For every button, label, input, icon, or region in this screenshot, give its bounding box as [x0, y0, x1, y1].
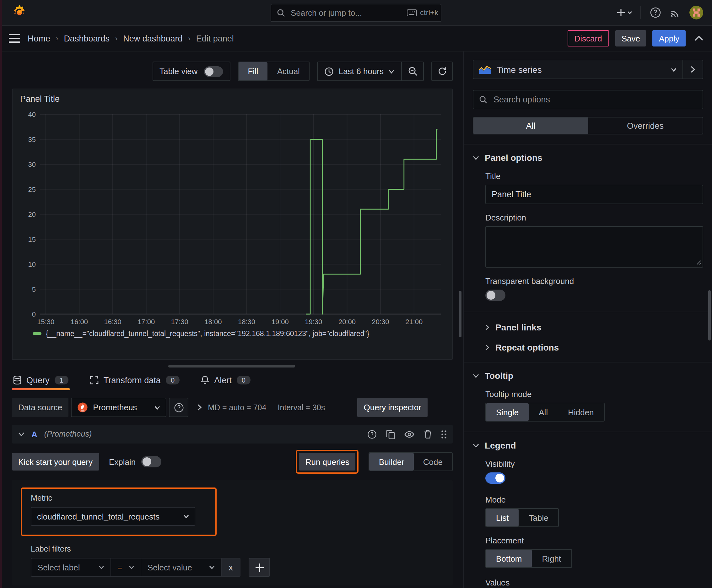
apply-button[interactable]: Apply: [653, 30, 686, 46]
panel-options-header[interactable]: Panel options: [473, 153, 703, 163]
panel-toolbar: Table view Fill Actual Last 6 hours: [12, 62, 453, 81]
chevron-down-icon: [184, 514, 189, 518]
actual-option[interactable]: Actual: [268, 62, 309, 80]
placement-right-option[interactable]: Right: [532, 550, 571, 567]
datasource-picker[interactable]: Prometheus: [71, 398, 166, 417]
chevron-down-icon: [129, 565, 134, 569]
time-range-button[interactable]: Last 6 hours: [318, 62, 401, 80]
tooltip-hidden-option[interactable]: Hidden: [558, 403, 604, 421]
interval: Interval = 30s: [278, 403, 325, 412]
time-series-icon: [479, 65, 491, 74]
fill-option[interactable]: Fill: [238, 62, 267, 80]
tab-overrides[interactable]: Overrides: [588, 118, 703, 134]
run-queries-highlight: Run queries: [296, 450, 359, 474]
query-ref-id: A: [31, 429, 37, 439]
tab-alert[interactable]: Alert 0: [200, 369, 252, 391]
tooltip-header[interactable]: Tooltip: [473, 371, 703, 381]
main-scrollbar[interactable]: [459, 291, 461, 337]
breadcrumb-dashboards[interactable]: Dashboards: [64, 34, 110, 43]
time-range-control: Last 6 hours: [317, 62, 424, 81]
news-icon[interactable]: [670, 7, 681, 18]
title-input[interactable]: [486, 185, 703, 204]
breadcrumb-separator: ›: [188, 35, 190, 42]
tooltip-single-option[interactable]: Single: [486, 403, 528, 421]
mode-table-option[interactable]: Table: [519, 509, 558, 526]
breadcrumb-home[interactable]: Home: [28, 34, 50, 43]
query-inspector-button[interactable]: Query inspector: [357, 398, 428, 417]
tab-query[interactable]: Query 1: [12, 369, 70, 391]
explain-toggle[interactable]: [141, 456, 161, 467]
options-filter-tabs: All Overrides: [473, 117, 703, 134]
select-label-dropdown[interactable]: Select label: [31, 558, 111, 577]
global-search[interactable]: ctrl+k: [271, 3, 441, 22]
operator-dropdown[interactable]: =: [111, 558, 141, 577]
legend-visibility-toggle[interactable]: [486, 472, 505, 484]
panel-links-section[interactable]: Panel links: [474, 322, 703, 332]
toggle-visibility-icon[interactable]: [404, 430, 414, 438]
query-actions-row: Kick start your query Explain Run querie…: [12, 450, 453, 474]
menu-icon[interactable]: [9, 34, 20, 43]
top-nav: ctrl+k: [0, 0, 712, 26]
chevron-down-icon: [209, 565, 215, 569]
placement-bottom-option[interactable]: Bottom: [486, 550, 532, 567]
label-filters-label: Label filters: [31, 545, 444, 553]
builder-option[interactable]: Builder: [369, 453, 414, 470]
pane-resize-handle[interactable]: [168, 365, 295, 368]
transparent-background-toggle[interactable]: [486, 290, 505, 301]
tab-all[interactable]: All: [473, 118, 588, 134]
drag-handle-icon[interactable]: [441, 430, 447, 438]
options-search-input[interactable]: [492, 94, 697, 105]
delete-query-icon[interactable]: [424, 430, 432, 439]
time-series-chart[interactable]: 051015202530354015:3016:0016:3017:0017:3…: [20, 108, 446, 328]
search-input[interactable]: [289, 7, 403, 18]
options-search[interactable]: [473, 90, 703, 109]
add-new-button[interactable]: [617, 8, 632, 17]
zoom-out-button[interactable]: [402, 62, 423, 80]
refresh-control: [431, 62, 453, 81]
visualization-picker[interactable]: Time series: [473, 60, 683, 79]
legend-swatch: [33, 332, 41, 335]
panel-preview[interactable]: Panel Title 051015202530354015:3016:0016…: [12, 89, 453, 360]
table-view-label: Table view: [159, 67, 197, 76]
code-option[interactable]: Code: [414, 453, 452, 470]
avatar[interactable]: [689, 6, 703, 19]
legend-placement-segment: Bottom Right: [486, 549, 572, 568]
query-row-header[interactable]: A (Prometheus): [12, 425, 453, 443]
description-textarea[interactable]: [486, 226, 703, 268]
query-options-expand-icon[interactable]: [197, 404, 201, 411]
save-button[interactable]: Save: [615, 30, 646, 46]
chevron-down-icon[interactable]: [18, 432, 24, 436]
remove-filter-button[interactable]: x: [222, 558, 240, 577]
tab-transform-data[interactable]: Transform data 0: [88, 369, 181, 391]
metric-select[interactable]: cloudflared_tunnel_total_requests: [31, 507, 195, 526]
grafana-logo-icon[interactable]: [11, 4, 28, 21]
breadcrumb-bar: Home › Dashboards › New dashboard › Edit…: [0, 26, 712, 51]
datasource-help-button[interactable]: [169, 398, 188, 417]
chevron-down-icon: [473, 443, 479, 447]
run-queries-button[interactable]: Run queries: [299, 453, 356, 470]
viz-suggestions-button[interactable]: [683, 60, 703, 79]
legend-header[interactable]: Legend: [473, 440, 703, 450]
discard-button[interactable]: Discard: [567, 30, 609, 46]
table-view-toggle[interactable]: [204, 66, 223, 77]
duplicate-query-icon[interactable]: [386, 429, 395, 439]
mode-list-option[interactable]: List: [486, 509, 519, 526]
add-filter-button[interactable]: [249, 558, 270, 577]
title-label: Title: [486, 171, 703, 181]
legend-label[interactable]: {__name__="cloudflared_tunnel_total_requ…: [46, 330, 369, 337]
help-icon[interactable]: [650, 7, 661, 18]
keyboard-shortcut: ctrl+k: [407, 8, 438, 17]
select-value-dropdown[interactable]: Select value: [141, 558, 222, 577]
description-label: Description: [486, 213, 703, 223]
collapse-options-icon[interactable]: [694, 36, 703, 41]
query-help-icon[interactable]: [367, 429, 377, 439]
refresh-button[interactable]: [432, 62, 452, 80]
svg-text:19:00: 19:00: [272, 318, 289, 326]
repeat-options-section[interactable]: Repeat options: [474, 342, 703, 352]
sidebar-scrollbar[interactable]: [708, 290, 711, 340]
visibility-label: Visibility: [486, 459, 703, 469]
resize-corner-icon[interactable]: [696, 260, 701, 265]
kick-start-query-button[interactable]: Kick start your query: [12, 453, 99, 470]
tooltip-all-option[interactable]: All: [528, 403, 558, 421]
breadcrumb-new-dashboard[interactable]: New dashboard: [123, 34, 182, 43]
